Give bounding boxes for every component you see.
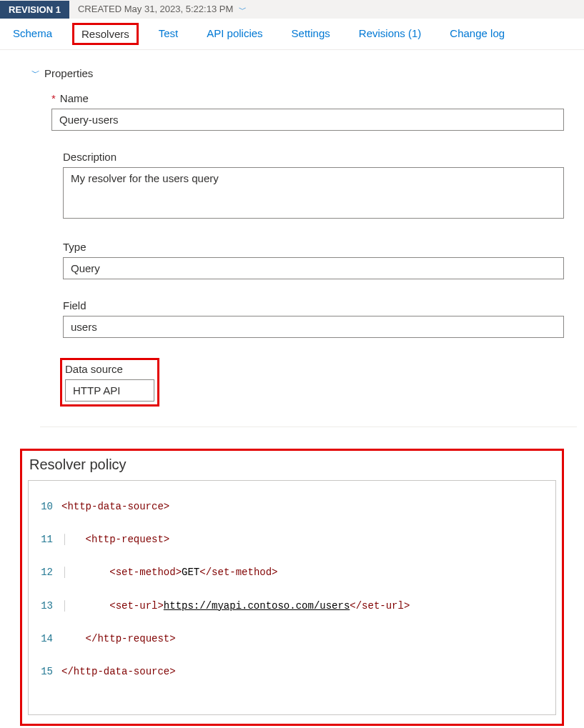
tabs-bar: Schema Resolvers Test API policies Setti… <box>0 19 584 50</box>
tab-resolvers[interactable]: Resolvers <box>72 23 139 45</box>
line-number: 12 <box>29 564 61 581</box>
section-title: Properties <box>44 67 93 79</box>
revision-badge: REVISION 1 <box>0 1 69 19</box>
line-number: 14 <box>29 631 61 647</box>
type-select[interactable] <box>63 257 564 279</box>
description-label: Description <box>63 151 117 163</box>
divider <box>40 427 577 427</box>
chevron-down-icon: ﹀ <box>31 67 40 79</box>
tab-revisions[interactable]: Revisions (1) <box>359 27 422 41</box>
tab-test[interactable]: Test <box>159 27 179 41</box>
policy-code-editor[interactable]: 10<http-data-source> 11│ <http-request> … <box>28 480 556 715</box>
tab-settings[interactable]: Settings <box>292 27 330 41</box>
field-description: Description My resolver for the users qu… <box>63 151 564 221</box>
section-properties-header[interactable]: ﹀ Properties <box>31 67 564 79</box>
chevron-down-icon[interactable]: ﹀ <box>239 5 247 14</box>
line-number: 13 <box>29 598 61 614</box>
line-number: 10 <box>29 499 61 515</box>
revision-created-prefix: CREATED <box>78 4 122 14</box>
datasource-select[interactable] <box>65 379 154 402</box>
field-field: Field <box>63 299 564 338</box>
line-number: 11 <box>29 532 61 548</box>
tab-change-log[interactable]: Change log <box>450 27 505 41</box>
field-name: * Name <box>51 92 564 131</box>
tab-api-policies[interactable]: API policies <box>207 27 262 41</box>
line-number: 15 <box>29 664 61 680</box>
datasource-label: Data source <box>65 363 123 375</box>
revision-created[interactable]: CREATED May 31, 2023, 5:22:13 PM ﹀ <box>69 0 255 19</box>
field-type: Type <box>63 241 564 279</box>
field-label: Field <box>63 299 86 311</box>
revision-created-date: May 31, 2023, 5:22:13 PM <box>124 4 233 14</box>
name-label: Name <box>60 92 89 104</box>
main-content: ﹀ Properties * Name Description My resol… <box>0 50 584 728</box>
required-marker: * <box>51 92 56 104</box>
field-datasource: Data source <box>63 358 564 407</box>
type-label: Type <box>63 241 86 253</box>
revision-bar: REVISION 1 CREATED May 31, 2023, 5:22:13… <box>0 0 584 19</box>
resolver-policy-title: Resolver policy <box>29 457 556 473</box>
name-input[interactable] <box>51 109 564 131</box>
resolver-policy-section: Resolver policy 10<http-data-source> 11│… <box>20 449 564 726</box>
field-select[interactable] <box>63 316 564 338</box>
tab-schema[interactable]: Schema <box>13 27 52 41</box>
description-input[interactable]: My resolver for the users query <box>63 167 564 219</box>
